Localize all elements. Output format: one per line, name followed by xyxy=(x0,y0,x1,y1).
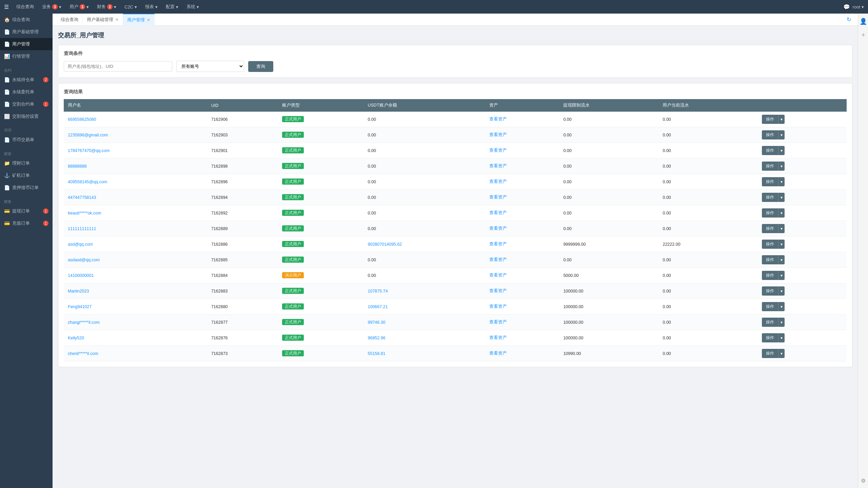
sidebar-item-withdraw-order[interactable]: 💳 提现订单 1 xyxy=(0,205,53,217)
sidebar-item-pledge-order[interactable]: 📄 质押借币订单 xyxy=(0,182,53,194)
tab-user-base[interactable]: 用户基础管理 ✕ xyxy=(83,14,123,26)
asset-link[interactable]: 查看资产 xyxy=(489,320,507,324)
nav-item-system[interactable]: 系统 ▾ xyxy=(183,0,202,14)
asset-link[interactable]: 查看资产 xyxy=(489,117,507,121)
action-dropdown-button[interactable]: ▾ xyxy=(778,333,785,342)
nav-item-dashboard[interactable]: 综合查询 xyxy=(13,0,37,14)
action-button[interactable]: 操作 xyxy=(762,255,778,264)
tab-user-base-close-icon[interactable]: ✕ xyxy=(115,17,119,22)
asset-link[interactable]: 查看资产 xyxy=(489,351,507,356)
asset-link[interactable]: 查看资产 xyxy=(489,273,507,278)
asset-link[interactable]: 查看资产 xyxy=(489,132,507,137)
action-dropdown-button[interactable]: ▾ xyxy=(778,208,785,218)
action-dropdown-button[interactable]: ▾ xyxy=(778,162,785,171)
sidebar-item-user-base[interactable]: 📄 用户基础管理 xyxy=(0,26,53,38)
action-button[interactable]: 操作 xyxy=(762,162,778,171)
username-link[interactable]: Kelly520 xyxy=(68,336,84,340)
hamburger-menu-icon[interactable]: ☰ xyxy=(4,4,9,10)
sidebar-item-deposit-order[interactable]: 💳 充值订单 1 xyxy=(0,217,53,229)
username-link[interactable]: Feng941027 xyxy=(68,304,92,309)
sidebar-item-perpetual-hold[interactable]: 📄 永续持仓单 2 xyxy=(0,74,53,86)
username-link[interactable]: 447447758143 xyxy=(68,195,96,200)
action-button[interactable]: 操作 xyxy=(762,146,778,155)
username-link[interactable]: Martin2023 xyxy=(68,289,89,294)
sidebar-item-spot-trade[interactable]: 📄 币币交易单 xyxy=(0,134,53,146)
tab-dashboard[interactable]: 综合查询 xyxy=(57,14,83,26)
action-button[interactable]: 操作 xyxy=(762,115,778,124)
action-button[interactable]: 操作 xyxy=(762,240,778,249)
search-input[interactable] xyxy=(64,61,172,72)
asset-link[interactable]: 查看资产 xyxy=(489,335,507,340)
action-button[interactable]: 操作 xyxy=(762,177,778,186)
asset-link[interactable]: 查看资产 xyxy=(489,164,507,168)
asset-link[interactable]: 查看资产 xyxy=(489,257,507,262)
asset-link[interactable]: 查看资产 xyxy=(489,242,507,246)
username-link[interactable]: 88888888 xyxy=(68,164,87,169)
sidebar-item-perpetual-entrust[interactable]: 📄 永续委托单 xyxy=(0,86,53,98)
action-button[interactable]: 操作 xyxy=(762,333,778,342)
tab-user-mgmt[interactable]: 用户管理 ✕ xyxy=(123,14,155,26)
nav-item-report[interactable]: 报表 ▾ xyxy=(142,0,161,14)
sidebar-item-miner-order[interactable]: ⚓ 矿机订单 xyxy=(0,169,53,182)
sidebar-item-delivery-control[interactable]: ⬜ 交割场控设置 xyxy=(0,110,53,123)
action-dropdown-button[interactable]: ▾ xyxy=(778,255,785,264)
sidebar-item-user-mgmt[interactable]: 📄 用户管理 xyxy=(0,38,53,50)
action-button[interactable]: 操作 xyxy=(762,193,778,202)
action-button[interactable]: 操作 xyxy=(762,318,778,327)
username-link[interactable]: 409558145@qq.com xyxy=(68,180,107,184)
add-icon[interactable]: ＋ xyxy=(859,29,868,40)
sidebar-item-dashboard[interactable]: 🏠 综合查询 xyxy=(0,14,53,26)
nav-item-c2c[interactable]: C2C ▾ xyxy=(121,0,140,14)
action-button[interactable]: 操作 xyxy=(762,349,778,358)
user-menu[interactable]: root ▾ xyxy=(853,4,864,10)
asset-link[interactable]: 查看资产 xyxy=(489,288,507,293)
asset-link[interactable]: 查看资产 xyxy=(489,195,507,200)
avatar-icon[interactable]: 👤 xyxy=(858,16,868,26)
username-link[interactable]: asd@qq.com xyxy=(68,242,93,247)
action-button[interactable]: 操作 xyxy=(762,208,778,218)
action-dropdown-button[interactable]: ▾ xyxy=(778,224,785,233)
action-dropdown-button[interactable]: ▾ xyxy=(778,286,785,296)
action-button[interactable]: 操作 xyxy=(762,130,778,139)
asset-link[interactable]: 查看资产 xyxy=(489,210,507,215)
action-dropdown-button[interactable]: ▾ xyxy=(778,193,785,202)
action-dropdown-button[interactable]: ▾ xyxy=(778,177,785,186)
action-button[interactable]: 操作 xyxy=(762,302,778,311)
asset-link[interactable]: 查看资产 xyxy=(489,226,507,231)
username-link[interactable]: zhangi*****il.com xyxy=(68,320,100,325)
username-link[interactable]: 1784767470@qq.com xyxy=(68,148,110,153)
action-button[interactable]: 操作 xyxy=(762,286,778,296)
search-button[interactable]: 查询 xyxy=(248,61,273,72)
sidebar-item-market[interactable]: 📊 行情管理 xyxy=(0,50,53,62)
action-dropdown-button[interactable]: ▾ xyxy=(778,302,785,311)
username-link[interactable]: 669558625080 xyxy=(68,117,96,122)
action-button[interactable]: 操作 xyxy=(762,224,778,233)
tab-user-mgmt-close-icon[interactable]: ✕ xyxy=(147,18,150,22)
nav-item-finance[interactable]: 财务 2 ▾ xyxy=(94,0,120,14)
username-link[interactable]: 14100000001 xyxy=(68,273,94,278)
action-dropdown-button[interactable]: ▾ xyxy=(778,146,785,155)
asset-link[interactable]: 查看资产 xyxy=(489,148,507,153)
action-dropdown-button[interactable]: ▾ xyxy=(778,130,785,139)
asset-link[interactable]: 查看资产 xyxy=(489,179,507,184)
username-link[interactable]: chenli*****il.com xyxy=(68,351,98,356)
username-link[interactable]: beauti*****ok.com xyxy=(68,211,101,215)
sidebar-item-delivery-contract[interactable]: 📄 交割合约单 1 xyxy=(0,98,53,110)
username-link[interactable]: 111111111111 xyxy=(68,226,96,231)
username-link[interactable]: 1235896@gmail.com xyxy=(68,133,108,137)
account-type-select[interactable]: 所有账号 正式用户 演示用户 xyxy=(176,61,244,72)
action-button[interactable]: 操作 xyxy=(762,271,778,280)
refresh-icon[interactable]: ↻ xyxy=(847,16,851,23)
nav-item-business[interactable]: 业务 3 ▾ xyxy=(39,0,65,14)
nav-item-config[interactable]: 配置 ▾ xyxy=(162,0,182,14)
action-dropdown-button[interactable]: ▾ xyxy=(778,240,785,249)
asset-link[interactable]: 查看资产 xyxy=(489,304,507,309)
action-dropdown-button[interactable]: ▾ xyxy=(778,271,785,280)
nav-item-users[interactable]: 用户 3 ▾ xyxy=(66,0,92,14)
sidebar-item-finance-order[interactable]: 📁 理财订单 xyxy=(0,157,53,169)
action-dropdown-button[interactable]: ▾ xyxy=(778,349,785,358)
username-link[interactable]: asdasd@qq.com xyxy=(68,258,100,262)
action-dropdown-button[interactable]: ▾ xyxy=(778,318,785,327)
action-dropdown-button[interactable]: ▾ xyxy=(778,115,785,124)
chat-icon[interactable]: 💬 xyxy=(843,4,850,10)
